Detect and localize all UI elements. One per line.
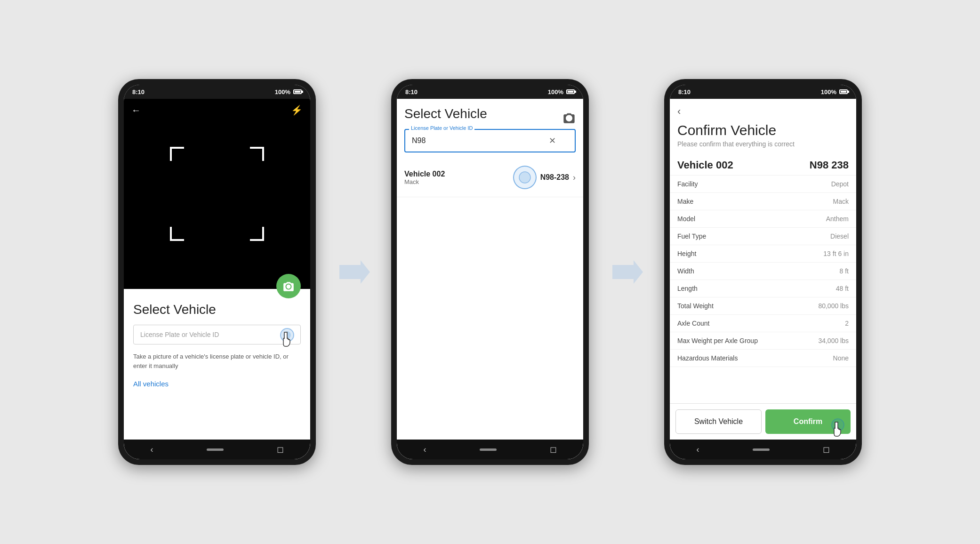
back-chevron-icon[interactable]: ‹ [677,105,849,118]
phone2-title: Select Vehicle [404,106,487,121]
tap-cursor-1 [277,324,305,358]
vehicle-list-item-1[interactable]: Vehicle 002 Mack N98-238 › [397,158,583,197]
battery-icon-3 [839,89,848,94]
detail-label-7: Total Weight [677,302,714,310]
detail-row-0: FacilityDepot [670,176,856,193]
confirm-subtitle: Please confirm that everything is correc… [677,140,849,148]
detail-row-5: Width8 ft [670,263,856,280]
phone1-search-placeholder: License Plate or Vehicle ID [140,331,219,338]
detail-row-4: Height13 ft 6 in [670,245,856,263]
nav-back-btn-2[interactable]: ‹ [424,445,426,455]
vehicle-id-badge-1: N98-238 [540,173,569,182]
arrow-1 [335,258,372,286]
phone2-search-field[interactable]: N98 ✕ [404,129,576,152]
phone2-results-list: Vehicle 002 Mack N98-238 › [397,158,583,197]
time-3: 8:10 [678,88,691,96]
phone2-screen: 8:10 100% Select Vehicle [397,85,583,459]
vehicle-info-1: Vehicle 002 Mack [404,170,509,185]
detail-row-2: ModelAnthem [670,210,856,228]
detail-label-10: Hazardous Materials [677,354,738,362]
confirm-button-label: Confirm [794,417,822,425]
detail-label-0: Facility [677,180,698,188]
vehicle-details-header: Vehicle 002 N98 238 [670,155,856,176]
phone1: 8:10 100% ← ⚡ [118,79,316,465]
battery-percent-2: 100% [548,88,563,96]
detail-value-2: Anthem [826,215,849,223]
nav-home-btn-3[interactable] [753,448,770,451]
status-bar-1: 8:10 100% [124,85,310,99]
nav-back-btn-3[interactable]: ‹ [697,445,699,455]
corner-frame [170,147,264,241]
camera-icon-2[interactable] [562,112,576,123]
detail-row-6: Length48 ft [670,280,856,297]
detail-label-4: Height [677,250,696,257]
time-1: 8:10 [132,88,145,96]
phone1-hint: Take a picture of a vehicle's license pl… [133,352,301,370]
phone2-header: Select Vehicle License Plate or Vehicle … [397,99,583,158]
phone1-screen: 8:10 100% ← ⚡ [124,85,310,459]
confirm-title: Confirm Vehicle [677,122,849,138]
detail-value-3: Diesel [830,232,849,240]
status-right-1: 100% [275,88,302,96]
phone3: 8:10 100% ‹ Confirm Vehicle Please confi… [664,79,862,465]
nav-back-btn-1[interactable]: ‹ [151,445,153,455]
switch-vehicle-button[interactable]: Switch Vehicle [675,409,762,434]
detail-value-1: Mack [833,198,849,205]
detail-row-10: Hazardous MaterialsNone [670,350,856,367]
phone2-clear-btn[interactable]: ✕ [549,136,556,146]
camera-fab-button[interactable] [276,274,301,298]
phones-container: 8:10 100% ← ⚡ [118,79,862,465]
phone1-bottom-nav: ‹ ◻ [124,440,310,459]
detail-label-3: Fuel Type [677,232,706,240]
phone3-screen: 8:10 100% ‹ Confirm Vehicle Please confi… [670,85,856,459]
phone2-search-label: License Plate or Vehicle ID [409,125,474,131]
all-vehicles-link[interactable]: All vehicles [133,380,301,388]
phone2-search-container: License Plate or Vehicle ID N98 ✕ [404,129,576,152]
detail-row-3: Fuel TypeDiesel [670,228,856,245]
svg-marker-4 [612,260,643,284]
phone3-content: ‹ Confirm Vehicle Please confirm that ev… [670,99,856,440]
phone1-title: Select Vehicle [133,302,301,317]
phone2-bottom-nav: ‹ ◻ [397,440,583,459]
battery-percent-1: 100% [275,88,290,96]
vehicle-details-list: FacilityDepotMakeMackModelAnthemFuel Typ… [670,176,856,367]
status-right-2: 100% [548,88,575,96]
nav-recent-btn-2[interactable]: ◻ [550,444,557,455]
nav-home-btn-1[interactable] [207,448,224,451]
vehicle-detail-id: N98 238 [810,159,849,171]
battery-icon-2 [566,89,575,94]
battery-percent-3: 100% [821,88,836,96]
detail-label-9: Max Weight per Axle Group [677,337,758,344]
svg-point-3 [519,172,530,183]
phone2-content: Select Vehicle License Plate or Vehicle … [397,99,583,440]
detail-value-10: None [833,354,849,362]
status-bar-2: 8:10 100% [397,85,583,99]
detail-row-9: Max Weight per Axle Group34,000 lbs [670,332,856,350]
corner-bl [170,227,184,241]
vehicle-make-1: Mack [404,178,509,185]
detail-value-9: 34,000 lbs [818,337,849,344]
camera-viewfinder [124,99,310,289]
phone1-search-input[interactable]: License Plate or Vehicle ID [133,325,301,344]
camera-area: ← ⚡ [124,99,310,289]
confirm-button[interactable]: Confirm [765,409,851,434]
battery-icon-1 [293,89,302,94]
detail-value-7: 80,000 lbs [818,302,849,310]
detail-row-8: Axle Count2 [670,315,856,332]
detail-label-2: Model [677,215,695,223]
corner-tr [250,147,264,161]
detail-value-8: 2 [845,320,849,327]
detail-label-8: Axle Count [677,320,709,327]
status-bar-3: 8:10 100% [670,85,856,99]
svg-marker-2 [339,260,370,284]
detail-row-1: MakeMack [670,193,856,210]
nav-recent-btn-1[interactable]: ◻ [277,444,284,455]
detail-label-6: Length [677,285,698,292]
detail-label-5: Width [677,267,694,275]
detail-value-0: Depot [831,180,849,188]
phone2: 8:10 100% Select Vehicle [391,79,589,465]
detail-label-1: Make [677,198,693,205]
phone2-search-value: N98 [412,136,426,145]
nav-home-btn-2[interactable] [480,448,497,451]
corner-br [250,227,264,241]
